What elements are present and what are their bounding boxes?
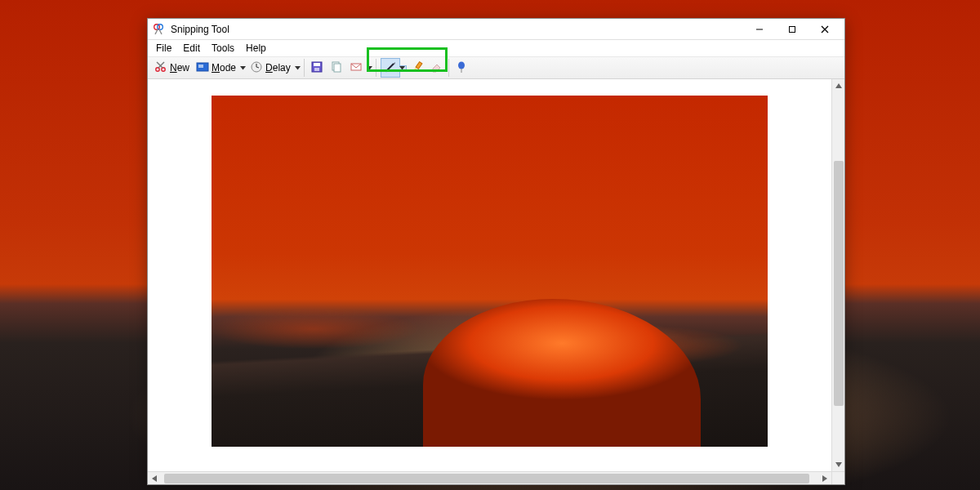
vertical-scrollbar[interactable] (831, 79, 844, 471)
pen-button[interactable] (381, 58, 400, 78)
horizontal-scroll-thumb[interactable] (164, 474, 809, 483)
svg-point-33 (458, 61, 465, 69)
svg-point-28 (385, 69, 387, 71)
svg-point-8 (156, 67, 159, 70)
menu-help[interactable]: Help (241, 42, 271, 55)
toolbar-separator (448, 59, 449, 77)
highlighter-icon (410, 60, 423, 76)
scroll-up-arrow-icon[interactable] (832, 79, 844, 92)
send-snip-dropdown[interactable] (366, 66, 373, 70)
save-icon (310, 60, 323, 76)
svg-marker-25 (367, 66, 372, 70)
maximize-button[interactable] (776, 19, 808, 39)
horizontal-scrollbar[interactable] (148, 471, 831, 484)
balloon-icon (455, 60, 468, 76)
scroll-right-arrow-icon[interactable] (818, 472, 831, 484)
desktop-background: Snipping Tool File Edit Tools Help (0, 0, 980, 490)
snipping-tool-window: Snipping Tool File Edit Tools Help (147, 18, 845, 485)
window-title: Snipping Tool (171, 24, 229, 35)
vertical-scroll-thumb[interactable] (834, 161, 844, 406)
send-snip-button[interactable] (346, 58, 366, 78)
svg-marker-38 (822, 475, 827, 482)
save-button[interactable] (307, 58, 327, 78)
svg-point-9 (162, 67, 165, 70)
mail-icon (350, 60, 363, 76)
menu-edit[interactable]: Edit (178, 42, 205, 55)
highlighter-button[interactable] (407, 58, 426, 78)
captured-snip-image (212, 96, 768, 447)
pen-dropdown[interactable] (399, 65, 407, 71)
clock-icon (250, 60, 263, 76)
svg-marker-18 (295, 66, 301, 70)
content-area (148, 79, 844, 484)
svg-rect-5 (790, 26, 795, 32)
pen-icon (384, 60, 397, 76)
menu-file[interactable]: File (151, 42, 176, 55)
svg-marker-37 (152, 475, 157, 482)
new-snip-label: New (170, 62, 189, 74)
new-snip-button[interactable]: New (151, 58, 193, 78)
copy-button[interactable] (327, 58, 346, 78)
mode-icon (196, 60, 209, 76)
snip-canvas-area[interactable] (148, 79, 831, 471)
titlebar[interactable]: Snipping Tool (148, 19, 844, 40)
scroll-down-arrow-icon[interactable] (832, 458, 844, 471)
svg-marker-31 (413, 68, 416, 71)
minimize-button[interactable] (743, 19, 776, 39)
svg-line-26 (386, 64, 394, 71)
scrollbar-corner (831, 471, 844, 484)
menubar: File Edit Tools Help (148, 40, 844, 56)
svg-rect-20 (314, 63, 320, 66)
delay-label: Delay (265, 62, 291, 74)
mode-dropdown[interactable] (239, 66, 247, 70)
svg-marker-14 (240, 66, 246, 70)
svg-marker-29 (399, 66, 405, 70)
balloon-tip-button[interactable] (452, 58, 471, 78)
eraser-icon (430, 60, 443, 76)
mode-label: Mode (212, 62, 236, 74)
toolbar: New Mode Delay (148, 56, 844, 79)
svg-rect-23 (334, 64, 341, 72)
svg-rect-30 (416, 61, 422, 69)
scissors-icon (154, 60, 167, 76)
svg-marker-35 (835, 83, 842, 88)
close-button[interactable] (808, 19, 841, 39)
svg-marker-36 (835, 462, 842, 467)
app-icon (153, 23, 166, 36)
delay-dropdown[interactable] (294, 66, 301, 70)
toolbar-separator (376, 59, 376, 77)
svg-marker-32 (433, 65, 440, 72)
svg-rect-21 (314, 68, 319, 71)
eraser-button[interactable] (426, 58, 446, 78)
scroll-left-arrow-icon[interactable] (148, 472, 161, 484)
svg-point-1 (158, 24, 163, 29)
mode-button[interactable]: Mode (193, 58, 239, 78)
copy-icon (330, 60, 343, 76)
svg-rect-13 (198, 65, 203, 68)
toolbar-separator (304, 59, 305, 77)
delay-button[interactable]: Delay (247, 58, 294, 78)
menu-tools[interactable]: Tools (207, 42, 239, 55)
